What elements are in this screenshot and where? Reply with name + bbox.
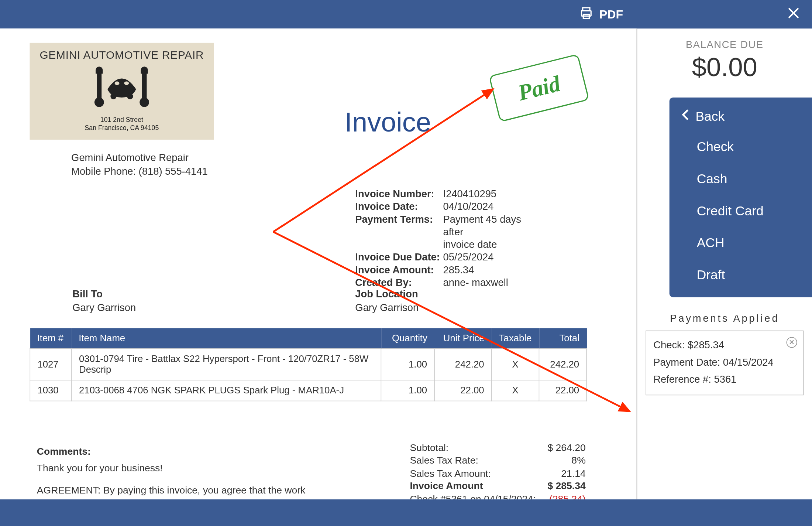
- svg-point-8: [140, 98, 149, 107]
- close-circle-icon: ✕: [789, 337, 795, 349]
- svg-rect-5: [97, 71, 102, 99]
- pay-option-credit-card[interactable]: Credit Card: [670, 195, 812, 227]
- col-item-name: Item Name: [72, 328, 381, 349]
- col-qty: Quantity: [381, 328, 434, 349]
- pay-option-ach[interactable]: ACH: [670, 227, 812, 259]
- footer-bar: [0, 499, 812, 526]
- invoice-metadata: Invoice Number:I240410295 Invoice Date:0…: [355, 188, 538, 289]
- bill-to: Bill To Gary Garrison: [72, 288, 136, 315]
- col-total: Total: [539, 328, 586, 349]
- paid-stamp: Paid: [489, 54, 589, 122]
- invoice-document: GEMINI AUTOMOTIVE REPAIR: [0, 28, 637, 499]
- pay-option-cash[interactable]: Cash: [670, 163, 812, 195]
- pay-option-check[interactable]: Check: [670, 131, 812, 163]
- balance-due-amount: $0.00: [646, 52, 804, 82]
- payment-menu: Back Check Cash Credit Card ACH Draft: [670, 98, 812, 297]
- delete-payment-button[interactable]: ✕: [787, 337, 797, 348]
- payment-date-line: Payment Date: 04/15/2024: [653, 354, 796, 371]
- comments-block: Comments: Thank you for your business! A…: [37, 445, 322, 499]
- pdf-button[interactable]: PDF: [579, 6, 623, 23]
- totals-block: Subtotal:$ 264.20 Sales Tax Rate:8% Sale…: [410, 442, 585, 499]
- payment-line: Check: $285.34: [653, 337, 796, 354]
- header-bar: PDF: [0, 0, 812, 28]
- job-location: Job Location Gary Garrison: [355, 288, 419, 315]
- invoice-title: Invoice: [344, 106, 431, 138]
- svg-point-9: [110, 93, 116, 99]
- col-unit-price: Unit Price: [434, 328, 491, 349]
- logo-address: 101 2nd Street San Francisco, CA 94105: [30, 115, 214, 132]
- line-items-table: Item # Item Name Quantity Unit Price Tax…: [30, 328, 587, 401]
- company-info: Gemini Automotive Repair Mobile Phone: (…: [71, 151, 613, 179]
- payment-ref-line: Reference #: 5361: [653, 371, 796, 388]
- sidebar: BALANCE DUE $0.00 Back Check Cash Credit…: [637, 28, 812, 499]
- table-row: 1027 0301-0794 Tire - Battlax S22 Hypers…: [30, 349, 586, 380]
- balance-due-label: BALANCE DUE: [646, 39, 804, 51]
- close-icon: [787, 5, 800, 23]
- svg-point-11: [115, 81, 120, 85]
- svg-point-10: [127, 93, 133, 99]
- svg-rect-7: [142, 71, 147, 99]
- payment-applied-card: ✕ Check: $285.34 Payment Date: 04/15/202…: [646, 331, 804, 395]
- printer-icon: [579, 6, 593, 23]
- col-taxable: Taxable: [492, 328, 539, 349]
- company-name: Gemini Automotive Repair: [71, 151, 613, 165]
- back-button[interactable]: Back: [670, 102, 812, 131]
- pay-option-draft[interactable]: Draft: [670, 259, 812, 291]
- payments-applied-heading: Payments Applied: [646, 312, 804, 324]
- svg-point-12: [124, 81, 129, 85]
- chevron-left-icon: [681, 108, 690, 125]
- logo-graphic: [30, 65, 214, 113]
- logo-title: GEMINI AUTOMOTIVE REPAIR: [30, 49, 214, 62]
- pdf-label: PDF: [599, 7, 623, 21]
- table-row: 1030 2103-0068 4706 NGK SPARK PLUGS Spar…: [30, 380, 586, 401]
- svg-point-6: [94, 98, 104, 107]
- company-logo-card: GEMINI AUTOMOTIVE REPAIR: [30, 43, 214, 140]
- col-item-num: Item #: [30, 328, 72, 349]
- company-phone: Mobile Phone: (818) 555-4141: [71, 165, 613, 179]
- close-button[interactable]: [787, 5, 800, 24]
- table-header-row: Item # Item Name Quantity Unit Price Tax…: [30, 328, 586, 349]
